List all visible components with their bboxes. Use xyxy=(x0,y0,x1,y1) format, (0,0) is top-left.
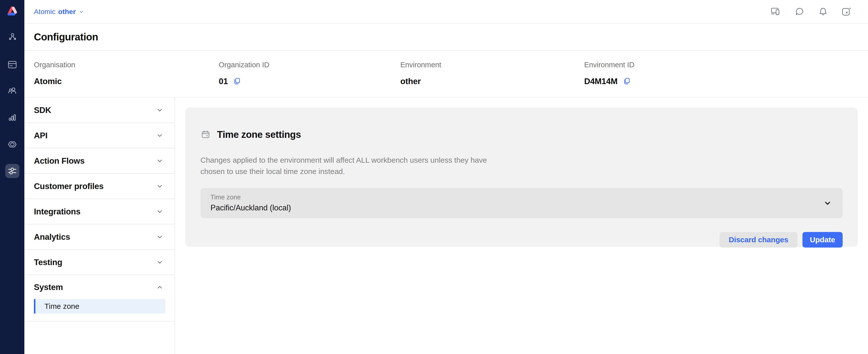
info-organization-id: Organization ID 01 xyxy=(219,51,400,97)
bar-chart-icon xyxy=(6,112,18,124)
nav-item-action-flows[interactable]: Action Flows xyxy=(24,149,175,174)
info-value: 01 xyxy=(219,76,228,86)
info-label: Environment xyxy=(400,61,584,69)
devices-icon[interactable] xyxy=(770,6,782,18)
form-card-icon xyxy=(6,59,18,70)
rail-item-forms[interactable] xyxy=(5,58,19,71)
nav-section-system: System Time zone xyxy=(24,275,175,322)
breadcrumb-env: other xyxy=(58,8,76,16)
nav-item-api[interactable]: API xyxy=(24,123,175,149)
nav-item-label: API xyxy=(34,131,48,140)
rail-item-analytics[interactable] xyxy=(5,111,19,125)
nav-item-label: System xyxy=(34,283,63,292)
nav-item-testing[interactable]: Testing xyxy=(24,250,175,275)
hexagon-nut-icon xyxy=(6,138,18,150)
chat-bubble-icon[interactable] xyxy=(794,6,805,18)
nav-item-integrations[interactable]: Integrations xyxy=(24,199,175,224)
users-icon xyxy=(6,85,18,97)
workflow-icon xyxy=(6,32,18,44)
chevron-down-icon xyxy=(156,259,163,266)
chevron-down-icon xyxy=(156,208,163,216)
chevron-down-icon xyxy=(156,157,163,165)
breadcrumb-org: Atomic xyxy=(34,8,56,16)
chevron-down-icon xyxy=(156,106,163,114)
calendar-icon xyxy=(200,129,211,140)
nav-item-label: SDK xyxy=(34,105,51,115)
card-title: Time zone settings xyxy=(217,129,301,140)
topbar: Atomic other xyxy=(24,0,868,24)
chevron-down-icon xyxy=(156,132,163,139)
info-value: other xyxy=(400,76,421,86)
chevron-down-icon xyxy=(156,183,163,190)
time-zone-settings-card: Time zone settings Changes applied to th… xyxy=(185,107,858,247)
nav-subitem-label: Time zone xyxy=(44,302,80,311)
nav-item-label: Action Flows xyxy=(34,156,85,166)
nav-item-customer-profiles[interactable]: Customer profiles xyxy=(24,174,175,199)
nav-item-system[interactable]: System xyxy=(24,275,175,299)
settings-panel: Time zone settings Changes applied to th… xyxy=(175,98,868,354)
chevron-down-icon xyxy=(79,9,84,15)
app-sparkle-icon[interactable] xyxy=(841,6,852,18)
update-button[interactable]: Update xyxy=(802,232,843,248)
rail-item-workflow[interactable] xyxy=(5,31,19,45)
time-zone-select[interactable]: Time zone Pacific/Auckland (local) xyxy=(200,188,843,218)
card-description: Changes applied to the environment will … xyxy=(200,154,492,177)
info-value: Atomic xyxy=(34,76,62,86)
card-buttons: Discard changes Update xyxy=(200,232,843,248)
discard-changes-button[interactable]: Discard changes xyxy=(719,232,797,248)
copy-icon[interactable] xyxy=(622,76,632,86)
icon-rail xyxy=(0,0,24,354)
select-value: Pacific/Auckland (local) xyxy=(211,203,843,213)
atomic-logo[interactable] xyxy=(5,4,20,18)
nav-item-analytics[interactable]: Analytics xyxy=(24,224,175,250)
page-header: Configuration xyxy=(24,24,868,51)
nav-item-label: Testing xyxy=(34,258,62,267)
breadcrumb[interactable]: Atomic other xyxy=(34,8,84,16)
select-label: Time zone xyxy=(211,193,843,201)
content-area: SDK API Action Flows xyxy=(24,98,868,354)
info-environment-id: Environment ID D4M14M xyxy=(584,51,868,97)
rail-item-configuration[interactable] xyxy=(5,164,19,178)
bell-icon[interactable] xyxy=(817,6,829,18)
rail-item-customers[interactable] xyxy=(5,84,19,98)
app-root: Atomic other xyxy=(0,0,868,354)
info-organisation: Organisation Atomic xyxy=(34,51,219,97)
info-value: D4M14M xyxy=(584,76,618,86)
nav-item-label: Integrations xyxy=(34,207,81,217)
environment-info-row: Organisation Atomic Organization ID 01 xyxy=(24,51,868,98)
chevron-down-icon xyxy=(823,199,832,208)
settings-subnav: SDK API Action Flows xyxy=(24,98,175,354)
main-column: Atomic other xyxy=(24,0,868,354)
rail-item-tokens[interactable] xyxy=(5,137,19,151)
chevron-down-icon xyxy=(156,233,163,241)
info-environment: Environment other xyxy=(400,51,584,97)
page-title: Configuration xyxy=(34,31,98,43)
info-label: Environment ID xyxy=(584,61,868,69)
nav-item-label: Analytics xyxy=(34,232,70,242)
info-label: Organisation xyxy=(34,61,219,69)
topbar-icons xyxy=(770,6,852,18)
nav-item-sdk[interactable]: SDK xyxy=(24,98,175,123)
chevron-up-icon xyxy=(156,284,163,291)
nav-item-label: Customer profiles xyxy=(34,182,103,191)
copy-icon[interactable] xyxy=(232,76,242,86)
sliders-settings-icon xyxy=(6,165,18,177)
info-label: Organization ID xyxy=(219,61,400,69)
nav-subitem-time-zone[interactable]: Time zone xyxy=(34,299,165,314)
